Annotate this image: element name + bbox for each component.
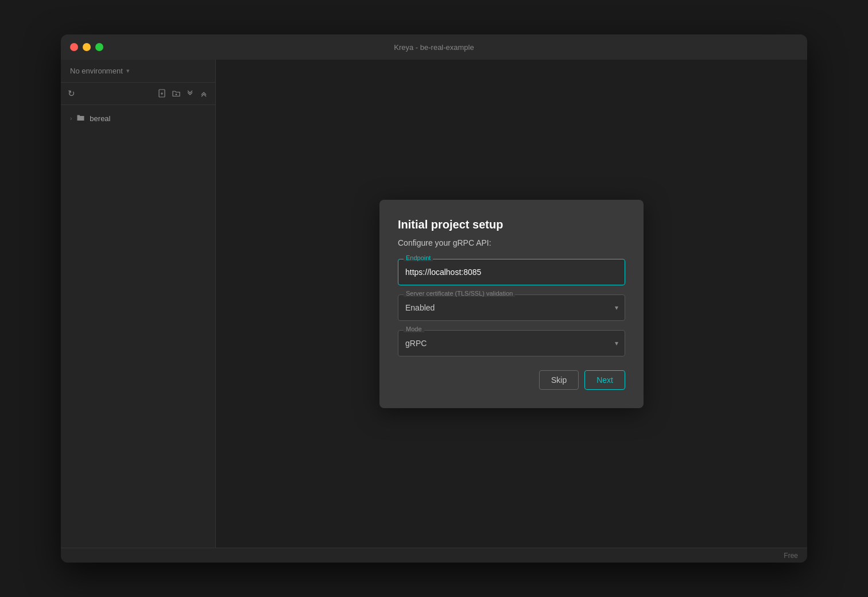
mode-select[interactable]: gRPC REST GraphQL	[398, 330, 625, 356]
sidebar: No environment ▾ ↻	[61, 60, 216, 548]
title-bar: Kreya - be-real-example	[61, 34, 807, 60]
sidebar-top: No environment ▾	[61, 60, 215, 83]
chevron-down-icon: ▾	[126, 67, 130, 75]
mode-label: Mode	[404, 325, 424, 332]
endpoint-field-group: Endpoint	[398, 259, 625, 285]
tls-select-wrapper: Enabled Disabled ▾	[398, 294, 625, 321]
chevron-right-icon: ›	[70, 115, 72, 122]
dialog-footer: Skip Next	[398, 370, 625, 390]
dialog-title: Initial project setup	[398, 218, 625, 231]
close-button[interactable]	[70, 43, 78, 51]
tls-select[interactable]: Enabled Disabled	[398, 294, 625, 321]
maximize-button[interactable]	[95, 43, 103, 51]
sidebar-action-group	[158, 89, 208, 98]
mode-select-wrapper: gRPC REST GraphQL ▾	[398, 330, 625, 356]
main-content: No environment ▾ ↻	[61, 60, 807, 548]
collapse-all-icon[interactable]	[185, 89, 195, 98]
endpoint-label: Endpoint	[404, 254, 433, 261]
expand-all-icon[interactable]	[199, 89, 208, 98]
dialog-subtitle: Configure your gRPC API:	[398, 238, 625, 247]
endpoint-input[interactable]	[398, 259, 625, 285]
tree-item-label: bereal	[90, 114, 110, 123]
add-file-icon[interactable]	[158, 89, 167, 98]
app-window: Kreya - be-real-example No environment ▾…	[61, 34, 807, 563]
skip-button[interactable]: Skip	[539, 370, 579, 390]
folder-icon	[76, 113, 85, 123]
tls-field-group: Server certificate (TLS/SSL) validation …	[398, 294, 625, 321]
environment-selector[interactable]: No environment ▾	[70, 67, 130, 75]
traffic-lights	[70, 43, 103, 51]
center-area: Initial project setup Configure your gRP…	[216, 60, 807, 548]
setup-dialog: Initial project setup Configure your gRP…	[379, 200, 644, 408]
mode-field-group: Mode gRPC REST GraphQL ▾	[398, 330, 625, 356]
minimize-button[interactable]	[83, 43, 91, 51]
plan-badge: Free	[784, 552, 798, 560]
tls-label: Server certificate (TLS/SSL) validation	[404, 290, 515, 297]
window-title: Kreya - be-real-example	[394, 43, 474, 52]
sidebar-tree: › bereal	[61, 105, 215, 131]
sidebar-actions: ↻	[61, 83, 215, 105]
list-item[interactable]: › bereal	[61, 110, 215, 127]
status-bar: Free	[61, 548, 807, 563]
next-button[interactable]: Next	[584, 370, 625, 390]
add-folder-icon[interactable]	[172, 89, 181, 98]
environment-label: No environment	[70, 67, 123, 75]
refresh-icon[interactable]: ↻	[68, 88, 75, 99]
